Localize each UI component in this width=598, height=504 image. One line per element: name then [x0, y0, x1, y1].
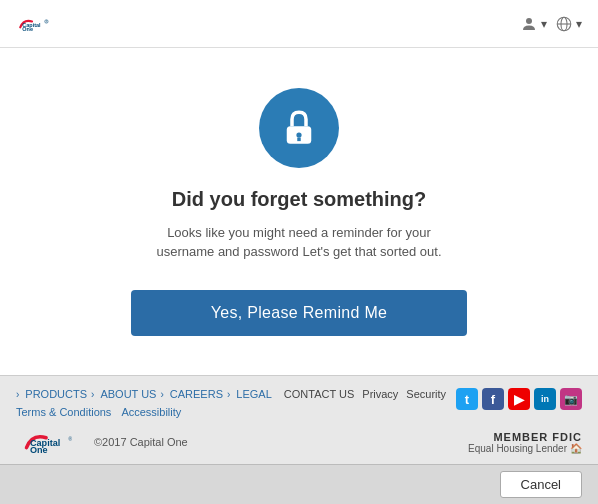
globe-icon: [555, 15, 573, 33]
footer-logo-area: Capital One ® ©2017 Capital One: [16, 428, 188, 456]
footer-link-legal[interactable]: LEGAL: [236, 388, 271, 400]
footer-link-security[interactable]: Security: [406, 388, 446, 400]
footer: ›PRODUCTS ›ABOUT US ›CAREERS ›LEGAL CONT…: [0, 375, 598, 464]
footer-bottom: Capital One ® ©2017 Capital One MEMBER F…: [16, 428, 582, 456]
bullet: ›: [91, 389, 94, 400]
facebook-icon[interactable]: f: [482, 388, 504, 410]
forgot-description: Looks like you might need a reminder for…: [139, 223, 459, 262]
footer-link-contact[interactable]: CONTACT US: [284, 388, 355, 400]
footer-link-careers[interactable]: CAREERS: [170, 388, 223, 400]
cancel-button[interactable]: Cancel: [500, 471, 582, 498]
nav-right: ▾ ▾: [520, 15, 582, 33]
svg-point-4: [526, 18, 532, 24]
footer-link-privacy[interactable]: Privacy: [362, 388, 398, 400]
footer-link-products[interactable]: PRODUCTS: [25, 388, 87, 400]
user-menu-button[interactable]: ▾: [520, 15, 547, 33]
footer-copyright: ©2017 Capital One: [94, 436, 188, 448]
instagram-icon[interactable]: 📷: [560, 388, 582, 410]
remind-me-button[interactable]: Yes, Please Remind Me: [131, 290, 467, 336]
globe-menu-button[interactable]: ▾: [555, 15, 582, 33]
lock-icon: [278, 107, 320, 149]
svg-text:One: One: [30, 445, 48, 455]
capital-one-logo: Capital One ®: [16, 10, 54, 38]
footer-links-row2: Terms & Conditions Accessibility: [16, 406, 446, 418]
footer-fdic-area: MEMBER FDIC Equal Housing Lender 🏠: [468, 431, 582, 454]
top-navigation: Capital One ® ▾ ▾: [0, 0, 598, 48]
lock-icon-circle: [259, 88, 339, 168]
footer-links-row1: ›PRODUCTS ›ABOUT US ›CAREERS ›LEGAL CONT…: [16, 388, 446, 400]
footer-link-about[interactable]: ABOUT US: [100, 388, 156, 400]
bottom-bar: Cancel: [0, 464, 598, 504]
user-chevron: ▾: [541, 17, 547, 31]
footer-social-row: t f ▶ in 📷: [456, 388, 582, 410]
youtube-icon[interactable]: ▶: [508, 388, 530, 410]
member-fdic-label: MEMBER FDIC: [468, 431, 582, 443]
main-content: Did you forget something? Looks like you…: [0, 48, 598, 375]
equal-housing-label: Equal Housing Lender 🏠: [468, 443, 582, 454]
svg-text:One: One: [22, 25, 33, 31]
forgot-title: Did you forget something?: [172, 188, 426, 211]
bullet: ›: [227, 389, 230, 400]
twitter-icon[interactable]: t: [456, 388, 478, 410]
person-icon: [520, 15, 538, 33]
footer-capital-one-logo: Capital One ®: [16, 428, 86, 456]
globe-chevron: ▾: [576, 17, 582, 31]
logo-area: Capital One ®: [16, 10, 54, 38]
bullet: ›: [160, 389, 163, 400]
bullet: ›: [16, 389, 19, 400]
svg-text:®: ®: [69, 436, 73, 442]
footer-link-terms[interactable]: Terms & Conditions: [16, 406, 111, 418]
linkedin-icon[interactable]: in: [534, 388, 556, 410]
house-icon: 🏠: [570, 443, 582, 454]
svg-point-9: [296, 132, 301, 137]
footer-link-accessibility[interactable]: Accessibility: [121, 406, 181, 418]
